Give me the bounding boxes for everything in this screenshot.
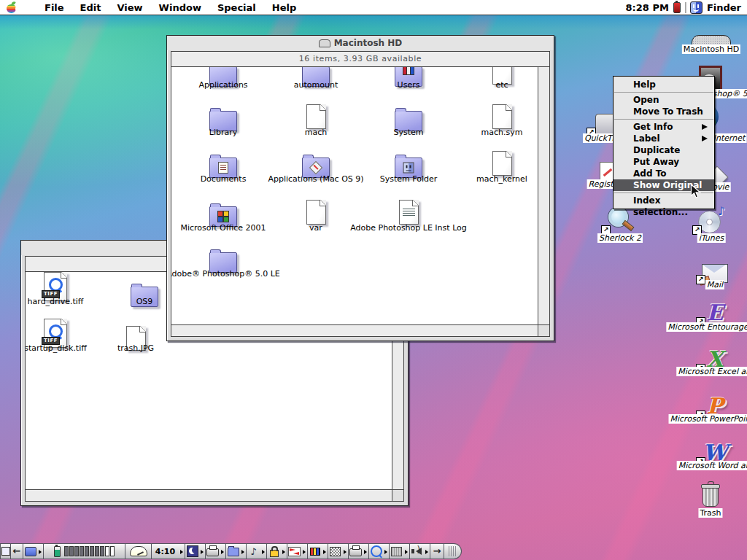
control-strip-desktop-pattern-icon[interactable]	[328, 543, 349, 559]
desktop-label-itunes[interactable]: iTunes	[697, 233, 726, 243]
control-strip-file-sharing-icon[interactable]	[226, 543, 247, 559]
file-label-trash-jpg[interactable]: trash.JPG	[117, 343, 154, 353]
menu-help[interactable]: Help	[264, 2, 304, 13]
menu-file[interactable]: File	[36, 2, 72, 13]
control-strip-monitor-icon[interactable]	[23, 543, 44, 559]
desktop-label-microsoft-powerpoint-alias[interactable]: Microsoft PowerPoint alias	[669, 414, 747, 424]
control-strip-video-mirroring-icon[interactable]	[308, 543, 328, 559]
file-label-system-folder[interactable]: System Folder	[380, 174, 438, 184]
context-menu-item-put-away[interactable]: Put Away	[614, 156, 714, 168]
control-strip-time-icon[interactable]: 4:10	[152, 543, 185, 559]
control-strip-volume-icon[interactable]	[410, 543, 430, 559]
file-label-mach-kernel[interactable]: mach_kernel	[476, 174, 527, 184]
desktop-label-macintosh-hd[interactable]: Macintosh HD	[682, 44, 740, 54]
control-strip-keychain-lock-icon[interactable]	[267, 543, 287, 559]
front-window-frame: 16 items, 3.93 GB available Applications…	[171, 51, 550, 337]
menu-special[interactable]: Special	[209, 2, 264, 13]
control-strip-quicktime-icon[interactable]	[369, 543, 390, 559]
file-icon-system-folder[interactable]	[388, 149, 429, 178]
control-strip-gauge-icon[interactable]	[125, 543, 152, 559]
file-label-documents[interactable]: Documents	[201, 174, 247, 184]
menu-bar-divider	[685, 2, 686, 13]
menu-edit[interactable]: Edit	[72, 2, 109, 13]
desktop-label-microsoft-word-alias[interactable]: Microsoft Word alias	[677, 461, 747, 470]
front-window-titlebar[interactable]: Macintosh HD	[167, 36, 554, 50]
desktop-icon-trash[interactable]	[690, 478, 731, 508]
file-icon-mach[interactable]	[295, 100, 336, 129]
control-strip-sound-input-icon[interactable]	[390, 543, 410, 559]
menu-bar-right: 8:28 PM Finder	[626, 0, 741, 15]
front-window-macintosh-hd[interactable]: Macintosh HD 16 items, 3.93 GB available…	[166, 35, 554, 341]
back-window-resize-corner[interactable]	[392, 489, 403, 501]
control-strip-activity-icon[interactable]	[287, 543, 308, 559]
file-icon-system[interactable]	[388, 102, 429, 131]
file-label-etc[interactable]: etc	[495, 80, 508, 90]
control-strip-printer-icon[interactable]	[206, 543, 226, 559]
file-label-automount[interactable]: automount	[294, 80, 338, 90]
file-label-mach[interactable]: mach	[305, 128, 327, 137]
desktop-label-microsoft-entourage-alias[interactable]: Microsoft Entourage alias	[666, 322, 747, 332]
desktop-label-sherlock-2[interactable]: Sherlock 2	[597, 233, 643, 243]
file-label-os9[interactable]: OS9	[136, 297, 153, 306]
control-strip-battery-icon[interactable]	[44, 543, 125, 559]
submenu-arrow-icon	[702, 124, 708, 130]
desktop-label-trash[interactable]: Trash	[698, 508, 722, 518]
control-strip: ←4:10♪→	[0, 543, 462, 559]
battery-indicator-icon	[673, 2, 681, 13]
file-icon-microsoft-office-2001[interactable]	[203, 198, 244, 227]
front-window-resize-corner[interactable]	[538, 324, 549, 336]
control-strip-end-tab[interactable]	[444, 543, 462, 559]
file-icon-documents[interactable]	[203, 149, 244, 178]
context-menu-item-get-info[interactable]: Get Info	[614, 121, 714, 133]
desktop-icon-mail[interactable]: ↗	[694, 254, 735, 283]
front-window-title: Macintosh HD	[334, 38, 403, 48]
file-label-adobe-photoshop-le-inst-log[interactable]: Adobe Photoshop LE Inst Log	[350, 223, 467, 233]
control-strip-window-tab[interactable]	[0, 543, 11, 559]
file-icon-applications-mac-os-9[interactable]	[295, 149, 336, 178]
context-menu-item-add-to-favorites[interactable]: Add To Favorites	[614, 168, 714, 179]
context-menu-item-label[interactable]: Label	[614, 133, 714, 144]
file-icon-var[interactable]	[295, 195, 336, 225]
file-label-users[interactable]: Users	[398, 80, 420, 90]
back-window-horizontal-scrollbar[interactable]	[26, 489, 392, 501]
control-strip-cd-audio-icon[interactable]: ♪	[247, 543, 267, 559]
context-menu-item-open[interactable]: Open	[614, 94, 714, 106]
menu-view[interactable]: View	[109, 2, 150, 13]
desktop-label-microsoft-excel-alias[interactable]: Microsoft Excel alias	[676, 367, 747, 376]
file-label-library[interactable]: Library	[209, 128, 237, 137]
menu-clock[interactable]: 8:28 PM	[626, 2, 669, 13]
file-label-applications-mac-os-9[interactable]: Applications (Mac OS 9)	[268, 174, 363, 184]
menu-bar: FileEditViewWindowSpecialHelp 8:28 PM Fi…	[0, 0, 747, 15]
file-label-adobe-photoshop-5-0-le[interactable]: Adobe® Photoshop® 5.0 LE	[171, 269, 280, 279]
desktop-icon-microsoft-entourage-alias[interactable]: E↗	[694, 296, 735, 325]
file-label-mach-sym[interactable]: mach.sym	[481, 128, 523, 137]
context-menu-item-help[interactable]: Help	[614, 79, 714, 90]
file-label-system[interactable]: System	[393, 128, 423, 137]
file-icon-adobe-photoshop-le-inst-log[interactable]	[388, 195, 429, 225]
control-strip-printer-selector-icon[interactable]	[349, 543, 369, 559]
front-window-status: 16 items, 3.93 GB available	[171, 52, 549, 67]
desktop-label-mail[interactable]: Mail	[705, 280, 724, 289]
file-label-var[interactable]: var	[309, 223, 322, 233]
context-menu-separator	[614, 92, 713, 93]
front-window-horizontal-scrollbar[interactable]	[171, 324, 538, 336]
control-strip-back-arrow[interactable]: ←	[11, 543, 23, 559]
control-strip-forward-arrow[interactable]: →	[430, 543, 444, 559]
file-icon-adobe-photoshop-5-0-le[interactable]	[203, 244, 244, 273]
menu-window[interactable]: Window	[151, 2, 209, 13]
file-icon-library[interactable]	[203, 102, 244, 131]
file-icon-mach-sym[interactable]	[481, 100, 522, 129]
context-menu-item-duplicate[interactable]: Duplicate	[614, 144, 714, 156]
mouse-cursor-icon	[690, 184, 701, 202]
file-label-applications[interactable]: Applications	[198, 80, 247, 90]
active-app-name[interactable]: Finder	[707, 2, 741, 13]
control-strip-energy-saver-icon[interactable]	[185, 543, 206, 559]
context-menu-item-move-to-trash[interactable]: Move To Trash	[614, 106, 714, 117]
file-label-startup-disk-tiff[interactable]: startup_disk.tiff	[26, 343, 87, 353]
front-window-vertical-scrollbar[interactable]	[538, 67, 549, 325]
apple-menu-icon[interactable]	[7, 1, 18, 14]
file-label-microsoft-office-2001[interactable]: Microsoft Office 2001	[180, 223, 266, 233]
file-label-hard-drive-tiff[interactable]: hard_drive.tiff	[28, 297, 84, 306]
hard-disk-mini-icon	[319, 39, 330, 47]
file-icon-mach-kernel[interactable]	[481, 147, 522, 176]
